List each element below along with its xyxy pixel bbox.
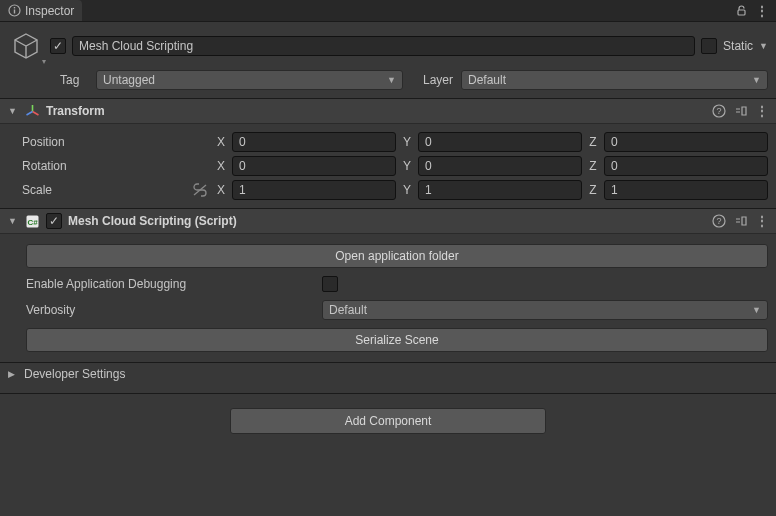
open-application-folder-button[interactable]: Open application folder [26, 244, 768, 268]
axis-x-label: X [214, 183, 228, 197]
script-enabled-checkbox[interactable]: ✓ [46, 213, 62, 229]
axis-z-label: Z [586, 183, 600, 197]
csharp-script-icon: C# [24, 213, 40, 229]
gameobject-header: ▾ ✓ ✓ Static ▼ [0, 22, 776, 66]
script-component-title: Mesh Cloud Scripting (Script) [68, 214, 706, 228]
verbosity-label: Verbosity [26, 303, 316, 317]
scale-label: Scale [8, 183, 188, 197]
foldout-open-icon: ▼ [8, 106, 18, 116]
axis-y-label: Y [400, 159, 414, 173]
svg-rect-1 [14, 10, 15, 14]
axis-y-label: Y [400, 183, 414, 197]
kebab-menu-icon[interactable]: ⋮ [756, 214, 768, 228]
axis-y-label: Y [400, 135, 414, 149]
inspector-tab[interactable]: Inspector [0, 0, 82, 21]
tag-label: Tag [60, 73, 90, 87]
svg-text:C#: C# [27, 218, 38, 227]
constrain-scale-icon[interactable] [192, 183, 210, 197]
foldout-closed-icon: ▶ [8, 369, 18, 379]
gameobject-icon[interactable]: ▾ [8, 28, 44, 64]
axis-z-label: Z [586, 159, 600, 173]
gameobject-enabled-checkbox[interactable]: ✓ [50, 38, 66, 54]
layer-label: Layer [409, 73, 455, 87]
layer-value: Default [468, 73, 506, 87]
foldout-open-icon: ▼ [8, 216, 18, 226]
developer-settings-label: Developer Settings [24, 367, 125, 381]
tab-title: Inspector [25, 4, 74, 18]
scale-x-input[interactable] [232, 180, 396, 200]
help-icon[interactable]: ? [712, 214, 726, 228]
help-icon[interactable]: ? [712, 104, 726, 118]
svg-rect-3 [738, 10, 745, 15]
static-label: Static [723, 39, 753, 53]
svg-text:?: ? [716, 216, 721, 226]
gameobject-name-input[interactable] [72, 36, 695, 56]
rotation-x-input[interactable] [232, 156, 396, 176]
add-component-button[interactable]: Add Component [230, 408, 546, 434]
position-row: Position X Y Z [8, 130, 768, 154]
axis-x-label: X [214, 159, 228, 173]
scale-row: Scale X Y Z [8, 178, 768, 202]
chevron-down-icon: ▼ [387, 75, 396, 85]
enable-debugging-checkbox[interactable]: ✓ [322, 276, 338, 292]
position-x-input[interactable] [232, 132, 396, 152]
verbosity-value: Default [329, 303, 367, 317]
chevron-down-icon: ▾ [42, 57, 46, 66]
rotation-label: Rotation [8, 159, 210, 173]
tag-layer-row: Tag Untagged ▼ Layer Default ▼ [0, 66, 776, 98]
script-properties: Open application folder Enable Applicati… [0, 234, 776, 362]
transform-title: Transform [46, 104, 706, 118]
svg-rect-2 [14, 7, 15, 8]
axis-z-label: Z [586, 135, 600, 149]
preset-icon[interactable] [734, 214, 748, 228]
rotation-row: Rotation X Y Z [8, 154, 768, 178]
inspector-tab-bar: Inspector ⋮ [0, 0, 776, 22]
chevron-down-icon: ▼ [752, 75, 761, 85]
inspector-footer: Add Component [0, 393, 776, 448]
svg-text:?: ? [716, 106, 721, 116]
kebab-menu-icon[interactable]: ⋮ [756, 104, 768, 118]
rotation-z-input[interactable] [604, 156, 768, 176]
rotation-y-input[interactable] [418, 156, 582, 176]
scale-y-input[interactable] [418, 180, 582, 200]
position-z-input[interactable] [604, 132, 768, 152]
preset-icon[interactable] [734, 104, 748, 118]
kebab-menu-icon[interactable]: ⋮ [756, 4, 768, 18]
scale-z-input[interactable] [604, 180, 768, 200]
enable-debugging-row: Enable Application Debugging ✓ [26, 272, 768, 296]
info-icon [8, 4, 21, 17]
developer-settings-header[interactable]: ▶ Developer Settings [0, 362, 776, 385]
static-dropdown-arrow[interactable]: ▼ [759, 41, 768, 51]
static-checkbox[interactable]: ✓ [701, 38, 717, 54]
serialize-scene-button[interactable]: Serialize Scene [26, 328, 768, 352]
verbosity-dropdown[interactable]: Default ▼ [322, 300, 768, 320]
axis-x-label: X [214, 135, 228, 149]
tag-value: Untagged [103, 73, 155, 87]
transform-icon [24, 103, 40, 119]
layer-dropdown[interactable]: Default ▼ [461, 70, 768, 90]
chevron-down-icon: ▼ [752, 305, 761, 315]
lock-icon[interactable] [735, 4, 748, 17]
verbosity-row: Verbosity Default ▼ [26, 296, 768, 324]
enable-debugging-label: Enable Application Debugging [26, 277, 316, 291]
transform-header[interactable]: ▼ Transform ? ⋮ [0, 98, 776, 124]
tag-dropdown[interactable]: Untagged ▼ [96, 70, 403, 90]
position-label: Position [8, 135, 210, 149]
script-component-header[interactable]: ▼ C# ✓ Mesh Cloud Scripting (Script) ? ⋮ [0, 208, 776, 234]
position-y-input[interactable] [418, 132, 582, 152]
transform-properties: Position X Y Z Rotation X Y Z Scale X [0, 124, 776, 208]
